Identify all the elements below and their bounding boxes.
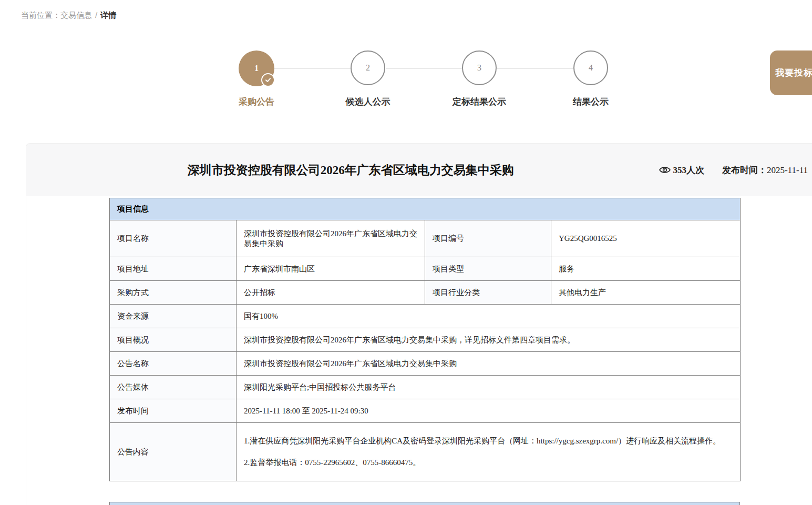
table-row: 公告媒体 深圳阳光采购平台;中国招投标公共服务平台 xyxy=(110,376,741,399)
table-row: 项目名称 深圳市投资控股有限公司2026年广东省区域电力交易集中采购 项目编号 … xyxy=(110,220,741,257)
row-label: 采购方式 xyxy=(110,281,237,305)
row-value: 深圳市投资控股有限公司2026年广东省区域电力交易集中采购 xyxy=(237,220,425,257)
check-icon xyxy=(261,73,275,87)
announcement-content-line-2: 2.监督举报电话：0755-22965602、0755-86660475。 xyxy=(244,458,733,468)
table-row: 采购方式 公开招标 项目行业分类 其他电力生产 xyxy=(110,281,741,305)
step-3-label[interactable]: 定标结果公示 xyxy=(422,96,537,108)
table-section-header-row: 项目信息 xyxy=(110,198,741,220)
row-value: 服务 xyxy=(551,257,741,281)
row-label: 发布时间 xyxy=(110,399,237,423)
table-row: 公告内容 1.潜在供应商凭深圳阳光采购平台企业机构CA及密码登录深圳阳光采购平台… xyxy=(110,423,741,481)
view-count-text: 353人次 xyxy=(673,164,704,176)
step-3-circle[interactable]: 3 xyxy=(462,50,497,85)
row-value: 国有100% xyxy=(237,305,741,328)
row-value: 广东省深圳市南山区 xyxy=(237,257,425,281)
table-row: 发布时间 2025-11-11 18:00 至 2025-11-24 09:30 xyxy=(110,399,741,423)
row-label: 资金来源 xyxy=(110,305,237,328)
next-section-header xyxy=(109,502,740,505)
step-4-label[interactable]: 结果公示 xyxy=(533,96,649,108)
step-4-circle[interactable]: 4 xyxy=(573,50,608,85)
row-label: 公告媒体 xyxy=(110,376,237,399)
row-label: 项目行业分类 xyxy=(425,281,551,305)
row-value: 1.潜在供应商凭深圳阳光采购平台企业机构CA及密码登录深圳阳光采购平台（网址：h… xyxy=(237,423,741,481)
announcement-header: 深圳市投资控股有限公司2026年广东省区域电力交易集中采购 353人次 发布时间… xyxy=(26,144,812,196)
row-value: 深圳市投资控股有限公司2026年广东省区域电力交易集中采购，详见招标文件第四章项… xyxy=(237,328,741,352)
step-3-number: 3 xyxy=(477,63,481,73)
table-row: 项目概况 深圳市投资控股有限公司2026年广东省区域电力交易集中采购，详见招标文… xyxy=(110,328,741,352)
table-row: 公告名称 深圳市投资控股有限公司2026年广东省区域电力交易集中采购 xyxy=(110,352,741,376)
step-connector xyxy=(386,68,462,69)
step-1-label[interactable]: 采购公告 xyxy=(199,96,314,108)
row-value: 深圳阳光采购平台;中国招投标公共服务平台 xyxy=(237,376,741,399)
step-4-number: 4 xyxy=(589,63,593,73)
row-label: 项目名称 xyxy=(110,220,237,257)
step-1-number: 1 xyxy=(254,64,259,73)
row-label: 项目概况 xyxy=(110,328,237,352)
row-label: 项目类型 xyxy=(425,257,551,281)
project-info-table: 项目信息 项目名称 深圳市投资控股有限公司2026年广东省区域电力交易集中采购 … xyxy=(109,198,741,481)
section-header: 项目信息 xyxy=(110,198,741,220)
table-row: 项目地址 广东省深圳市南山区 项目类型 服务 xyxy=(110,257,741,281)
bid-now-button[interactable]: 我要投标 xyxy=(770,50,812,95)
row-label: 项目地址 xyxy=(110,257,237,281)
progress-stepper: 1 采购公告 2 候选人公示 3 定标结果公示 4 结果公示 xyxy=(0,0,812,121)
step-2-label[interactable]: 候选人公示 xyxy=(310,96,426,108)
row-value: 深圳市投资控股有限公司2026年广东省区域电力交易集中采购 xyxy=(237,352,741,376)
step-2-number: 2 xyxy=(366,63,370,73)
step-connector xyxy=(274,68,351,69)
view-count: 353人次 xyxy=(659,164,704,176)
publish-time-label: 发布时间： xyxy=(722,165,767,175)
table-row: 资金来源 国有100% xyxy=(110,305,741,328)
announcement-card: 深圳市投资控股有限公司2026年广东省区域电力交易集中采购 353人次 发布时间… xyxy=(26,143,812,505)
announcement-title: 深圳市投资控股有限公司2026年广东省区域电力交易集中采购 xyxy=(26,162,659,178)
row-label: 项目编号 xyxy=(425,220,551,257)
row-value: YG25QG0016525 xyxy=(551,220,741,257)
row-value: 公开招标 xyxy=(237,281,425,305)
row-label: 公告名称 xyxy=(110,352,237,376)
row-label: 公告内容 xyxy=(110,423,237,481)
eye-icon xyxy=(659,166,671,174)
publish-time: 发布时间：2025-11-11 xyxy=(722,164,808,176)
step-2-circle[interactable]: 2 xyxy=(351,50,385,85)
row-value: 2025-11-11 18:00 至 2025-11-24 09:30 xyxy=(237,399,741,423)
step-connector xyxy=(497,68,573,69)
publish-time-value: 2025-11-11 xyxy=(767,165,808,175)
row-value: 其他电力生产 xyxy=(551,281,741,305)
announcement-content-line-1: 1.潜在供应商凭深圳阳光采购平台企业机构CA及密码登录深圳阳光采购平台（网址：h… xyxy=(244,436,733,446)
